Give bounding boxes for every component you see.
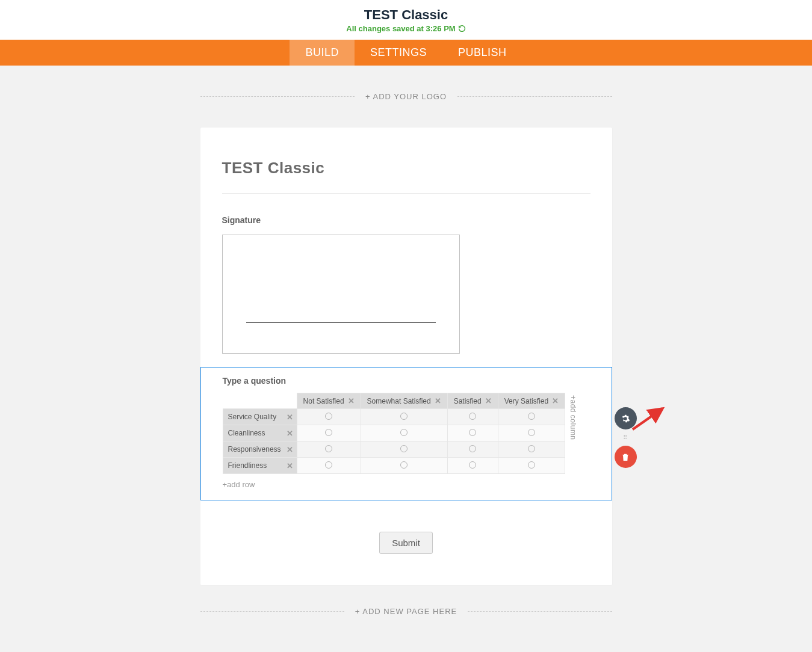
likert-cell[interactable] — [361, 409, 447, 425]
likert-cell[interactable] — [447, 409, 498, 425]
likert-row-0[interactable]: Service Quality✕ — [223, 409, 297, 425]
likert-col-1[interactable]: Somewhat Satisfied✕ — [361, 393, 447, 409]
radio-icon — [528, 445, 535, 452]
radio-icon — [528, 429, 535, 436]
add-logo-button[interactable]: + ADD YOUR LOGO — [365, 92, 447, 101]
signature-canvas[interactable] — [222, 235, 460, 354]
likert-cell[interactable] — [297, 441, 361, 458]
signature-line — [246, 322, 436, 323]
likert-row: Service Quality✕ — [223, 409, 565, 425]
likert-cell[interactable] — [498, 458, 565, 474]
app-header: TEST Classic All changes saved at 3:26 P… — [0, 0, 812, 40]
radio-icon — [528, 461, 535, 469]
radio-icon — [469, 445, 476, 452]
likert-cell[interactable] — [447, 441, 498, 458]
likert-col-0[interactable]: Not Satisfied✕ — [297, 393, 361, 409]
likert-row-3[interactable]: Friendliness✕ — [223, 458, 297, 474]
likert-cell[interactable] — [447, 425, 498, 441]
radio-icon — [400, 461, 408, 469]
likert-matrix: Not Satisfied✕ Somewhat Satisfied✕ Satis… — [223, 393, 566, 474]
tab-publish[interactable]: PUBLISH — [442, 40, 522, 66]
svg-line-1 — [633, 408, 663, 429]
tab-settings[interactable]: SETTINGS — [355, 40, 442, 66]
radio-icon — [400, 413, 408, 420]
remove-col-icon[interactable]: ✕ — [435, 396, 441, 405]
dash-line — [457, 96, 612, 97]
save-status[interactable]: All changes saved at 3:26 PM — [346, 24, 465, 33]
undo-icon[interactable] — [458, 25, 466, 32]
question-settings-button[interactable] — [615, 407, 637, 429]
add-row-button[interactable]: +add row — [223, 480, 590, 489]
likert-cell[interactable] — [361, 441, 447, 458]
app-title: TEST Classic — [0, 7, 812, 23]
remove-row-icon[interactable]: ✕ — [287, 413, 293, 422]
remove-col-icon[interactable]: ✕ — [552, 396, 559, 405]
form-divider — [222, 193, 590, 194]
add-logo-row: + ADD YOUR LOGO — [200, 92, 612, 101]
remove-col-icon[interactable]: ✕ — [348, 396, 355, 405]
radio-icon — [400, 445, 408, 452]
likert-row: Responsiveness✕ — [223, 441, 565, 458]
radio-icon — [400, 429, 408, 436]
radio-icon — [528, 413, 535, 420]
radio-icon — [325, 429, 332, 436]
add-column-button[interactable]: +add column — [565, 393, 578, 440]
likert-row-1[interactable]: Cleanliness✕ — [223, 425, 297, 441]
likert-row: Cleanliness✕ — [223, 425, 565, 441]
gear-icon — [621, 414, 630, 423]
likert-question-title[interactable]: Type a question — [223, 376, 590, 386]
remove-row-icon[interactable]: ✕ — [287, 429, 293, 438]
likert-cell[interactable] — [297, 409, 361, 425]
radio-icon — [469, 413, 476, 420]
likert-col-3[interactable]: Very Satisfied✕ — [498, 393, 565, 409]
likert-col-2[interactable]: Satisfied✕ — [447, 393, 498, 409]
form-card: TEST Classic Signature Type a question N… — [200, 128, 612, 585]
radio-icon — [325, 413, 332, 420]
add-page-row: + ADD NEW PAGE HERE — [200, 607, 612, 652]
radio-icon — [469, 461, 476, 469]
likert-row: Friendliness✕ — [223, 458, 565, 474]
submit-button[interactable]: Submit — [379, 532, 433, 554]
remove-row-icon[interactable]: ✕ — [287, 445, 293, 454]
likert-cell[interactable] — [498, 425, 565, 441]
remove-row-icon[interactable]: ✕ — [287, 461, 293, 470]
dash-line — [200, 96, 355, 97]
drag-handle-icon[interactable]: ⠿ — [623, 434, 628, 441]
likert-question-block[interactable]: Type a question Not Satisfied✕ Somewhat … — [200, 367, 612, 500]
matrix-corner — [223, 393, 297, 409]
question-delete-button[interactable] — [615, 446, 637, 468]
dash-line — [468, 611, 612, 612]
radio-icon — [469, 429, 476, 436]
content-wrap: + ADD YOUR LOGO TEST Classic Signature T… — [200, 66, 612, 652]
trash-icon — [621, 452, 630, 462]
likert-cell[interactable] — [498, 409, 565, 425]
likert-cell[interactable] — [447, 458, 498, 474]
signature-field[interactable]: Signature — [222, 215, 590, 354]
remove-col-icon[interactable]: ✕ — [485, 396, 492, 405]
likert-cell[interactable] — [498, 441, 565, 458]
form-title[interactable]: TEST Classic — [222, 159, 590, 177]
dash-line — [200, 611, 344, 612]
radio-icon — [325, 461, 332, 469]
nav-bar: BUILD SETTINGS PUBLISH — [0, 40, 812, 66]
add-page-button[interactable]: + ADD NEW PAGE HERE — [355, 607, 457, 616]
signature-label: Signature — [222, 215, 590, 225]
likert-cell[interactable] — [361, 425, 447, 441]
tab-build[interactable]: BUILD — [290, 40, 355, 66]
likert-cell[interactable] — [361, 458, 447, 474]
likert-cell[interactable] — [297, 425, 361, 441]
save-status-text: All changes saved at 3:26 PM — [346, 24, 455, 33]
likert-row-2[interactable]: Responsiveness✕ — [223, 441, 297, 458]
radio-icon — [325, 445, 332, 452]
likert-cell[interactable] — [297, 458, 361, 474]
